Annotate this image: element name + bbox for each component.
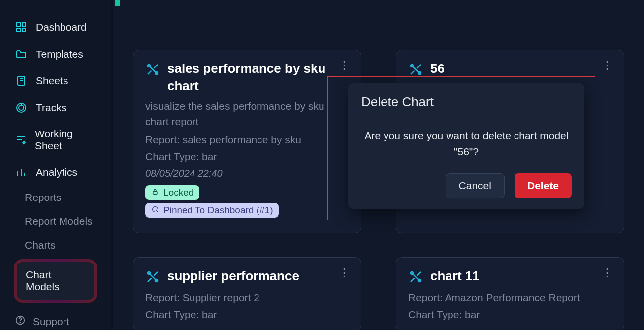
dialog-title: Delete Chart [361, 94, 572, 117]
folder-icon [15, 48, 28, 61]
support-label: Support [33, 316, 69, 328]
sidebar-item-label: Tracks [36, 102, 66, 114]
svg-rect-2 [17, 28, 20, 32]
card-report: Report: Supplier report 2 [145, 292, 349, 304]
card-chart-type: Chart Type: bar [145, 151, 349, 163]
svg-rect-1 [22, 23, 26, 26]
pinned-badge: Pinned To Dashboard (#1) [145, 203, 279, 218]
dialog-body-suffix: ? [473, 146, 479, 157]
sidebar-item-working-sheet[interactable]: Working Sheet [0, 121, 111, 159]
card-menu-button[interactable]: ⋮ [598, 57, 617, 74]
delete-button[interactable]: Delete [515, 173, 572, 198]
card-report: Report: sales performance by sku [145, 134, 349, 146]
sidebar-item-label: Sheets [36, 75, 68, 87]
help-icon [15, 315, 26, 328]
chart-model-card[interactable]: ⋮ supplier performance Report: Supplier … [133, 257, 361, 330]
card-title: sales performance by sku chart [167, 60, 326, 95]
sidebar-item-label: Working Sheet [35, 128, 96, 152]
design-icon [408, 62, 423, 77]
tracks-icon [15, 101, 28, 114]
card-title: 56 [430, 60, 445, 77]
locked-badge: Locked [145, 185, 199, 200]
sidebar-item-label: Templates [36, 48, 83, 60]
svg-rect-0 [17, 23, 20, 26]
card-menu-button[interactable]: ⋮ [598, 264, 617, 281]
card-menu-button[interactable]: ⋮ [335, 264, 354, 281]
svg-rect-3 [22, 28, 26, 32]
sidebar-item-support[interactable]: Support [0, 309, 111, 330]
card-title: chart 11 [430, 267, 480, 285]
analytics-icon [15, 166, 28, 179]
sidebar-sub-report-models[interactable]: Report Models [25, 209, 111, 233]
dialog-body-prefix: Are you sure you want to delete chart mo… [365, 130, 569, 141]
top-marker [115, 0, 120, 6]
svg-point-8 [19, 105, 24, 110]
cancel-label: Cancel [459, 180, 491, 191]
sidebar-item-analytics[interactable]: Analytics [0, 159, 111, 186]
cancel-button[interactable]: Cancel [446, 173, 505, 198]
sub-label: Report Models [25, 215, 93, 227]
card-chart-type: Chart Type: bar [408, 309, 612, 321]
card-badges: Locked Pinned To Dashboard (#1) [145, 185, 349, 218]
sub-label: Reports [25, 192, 62, 203]
chart-models-label: Chart Models [26, 269, 60, 292]
sub-label: Charts [25, 239, 56, 251]
svg-point-15 [20, 322, 20, 323]
card-chart-type: Chart Type: bar [145, 309, 349, 321]
lock-icon [151, 187, 159, 198]
sidebar-chart-models-highlight: Chart Models [14, 259, 97, 303]
svg-rect-18 [153, 191, 157, 194]
card-report: Report: Amazon Performance Report [408, 292, 612, 304]
card-date: 08/05/2024 22:40 [145, 168, 349, 179]
design-icon [145, 62, 160, 77]
card-description: visualize the sales performance by sku c… [145, 99, 349, 129]
working-sheet-icon [15, 133, 27, 146]
badge-label: Pinned To Dashboard (#1) [163, 205, 273, 216]
sidebar-item-dashboard[interactable]: Dashboard [0, 14, 111, 41]
sidebar: Dashboard Templates Sheets Tracks Workin… [0, 0, 111, 330]
delete-chart-dialog: Delete Chart Are you sure you want to de… [348, 83, 584, 209]
sidebar-item-templates[interactable]: Templates [0, 41, 111, 67]
dialog-body-target: "56" [454, 146, 473, 157]
sidebar-item-label: Dashboard [36, 21, 87, 33]
chart-model-card[interactable]: ⋮ sales performance by sku chart visuali… [133, 50, 361, 233]
design-icon [408, 269, 423, 284]
badge-label: Locked [163, 187, 193, 198]
dialog-actions: Cancel Delete [361, 173, 572, 198]
card-menu-button[interactable]: ⋮ [335, 57, 354, 74]
sidebar-item-tracks[interactable]: Tracks [0, 94, 111, 121]
sidebar-item-chart-models[interactable]: Chart Models [17, 262, 94, 300]
sidebar-sub-group: Reports Report Models Charts [0, 186, 111, 257]
dashboard-icon [15, 21, 28, 34]
sidebar-sub-charts[interactable]: Charts [25, 233, 111, 257]
sheets-icon [15, 74, 28, 87]
design-icon [145, 269, 160, 284]
sidebar-item-sheets[interactable]: Sheets [0, 67, 111, 94]
sidebar-item-label: Analytics [36, 166, 77, 178]
dialog-body: Are you sure you want to delete chart mo… [361, 117, 572, 164]
pin-icon [151, 205, 159, 216]
chart-model-card[interactable]: ⋮ chart 11 Report: Amazon Performance Re… [396, 257, 624, 330]
delete-label: Delete [527, 180, 559, 191]
sidebar-sub-reports[interactable]: Reports [25, 186, 111, 209]
card-title: supplier performance [167, 267, 299, 285]
